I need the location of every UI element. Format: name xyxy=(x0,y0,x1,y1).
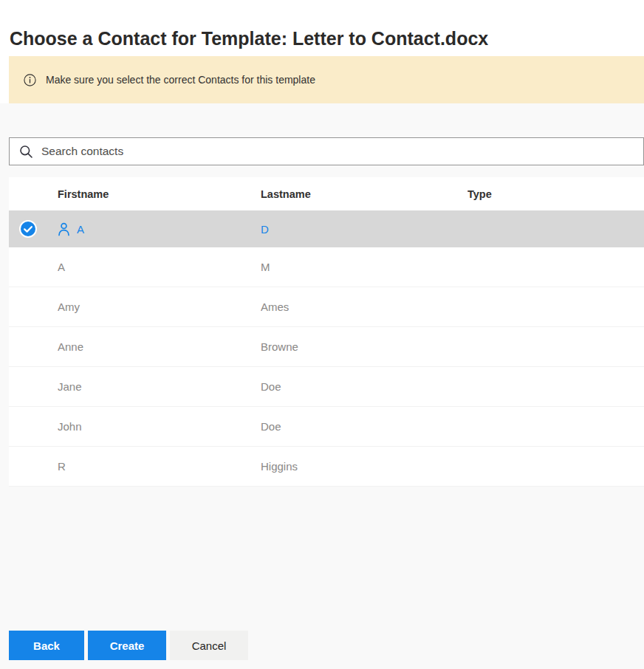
firstname-cell: Anne xyxy=(58,340,83,353)
lastname-cell: Browne xyxy=(261,340,298,353)
table-row[interactable]: Jane Doe xyxy=(9,367,644,407)
header-type: Type xyxy=(467,188,644,200)
cancel-button[interactable]: Cancel xyxy=(170,631,248,660)
info-icon xyxy=(24,74,36,86)
firstname-cell: John xyxy=(58,420,82,433)
back-button[interactable]: Back xyxy=(9,631,84,660)
page-title: Choose a Contact for Template: Letter to… xyxy=(10,28,488,49)
footer-actions: Back Create Cancel xyxy=(9,631,248,660)
selected-check-icon xyxy=(19,220,37,238)
table-header: Firstname Lastname Type xyxy=(9,177,644,210)
person-icon xyxy=(58,222,70,236)
row-select-indicator[interactable] xyxy=(9,220,58,238)
firstname-cell: A xyxy=(77,223,84,236)
firstname-cell: Jane xyxy=(58,380,82,393)
search-input[interactable] xyxy=(40,137,643,165)
lastname-cell: Higgins xyxy=(261,460,298,473)
header-lastname: Lastname xyxy=(261,188,467,200)
search-box xyxy=(9,137,644,165)
table-row[interactable]: Amy Ames xyxy=(9,287,644,327)
table-row[interactable]: A D xyxy=(9,210,644,247)
lastname-cell: M xyxy=(261,261,270,273)
contacts-table: Firstname Lastname Type A D xyxy=(9,177,644,487)
warning-banner: Make sure you select the correct Contact… xyxy=(9,56,644,103)
lastname-cell: Doe xyxy=(261,380,281,393)
lastname-cell: Ames xyxy=(261,301,289,313)
table-body: A D A M xyxy=(9,210,644,487)
header-firstname: Firstname xyxy=(58,188,261,200)
firstname-cell: A xyxy=(58,261,65,273)
create-button[interactable]: Create xyxy=(88,631,166,660)
lastname-cell: D xyxy=(261,223,269,236)
lastname-cell: Doe xyxy=(261,420,281,433)
table-row[interactable]: R Higgins xyxy=(9,447,644,487)
firstname-cell: R xyxy=(58,460,66,473)
search-icon xyxy=(19,145,33,159)
table-row[interactable]: A M xyxy=(9,247,644,287)
firstname-cell: Amy xyxy=(58,301,80,313)
table-row[interactable]: Anne Browne xyxy=(9,327,644,367)
table-row[interactable]: John Doe xyxy=(9,407,644,447)
banner-message: Make sure you select the correct Contact… xyxy=(46,74,315,86)
